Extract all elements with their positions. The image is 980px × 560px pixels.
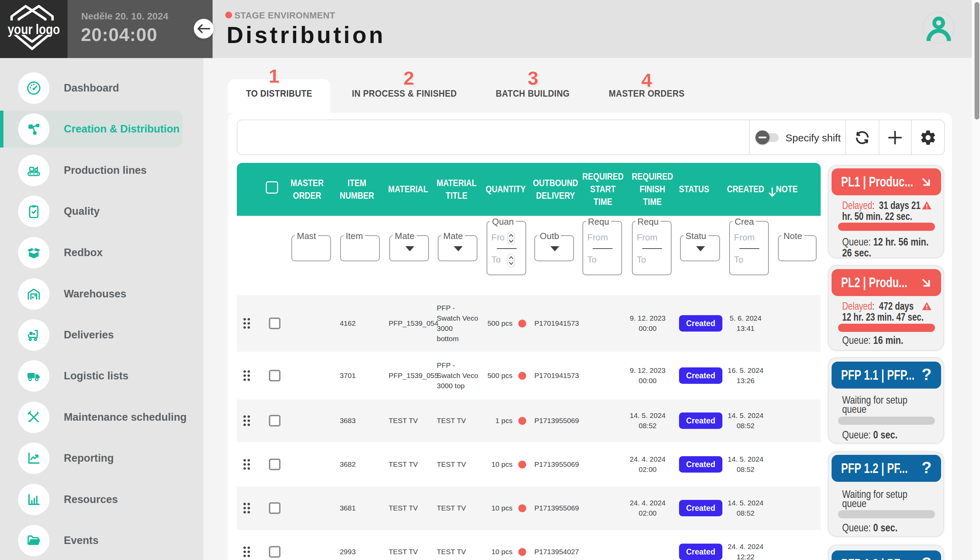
svg-text:your logo: your logo — [8, 22, 60, 37]
